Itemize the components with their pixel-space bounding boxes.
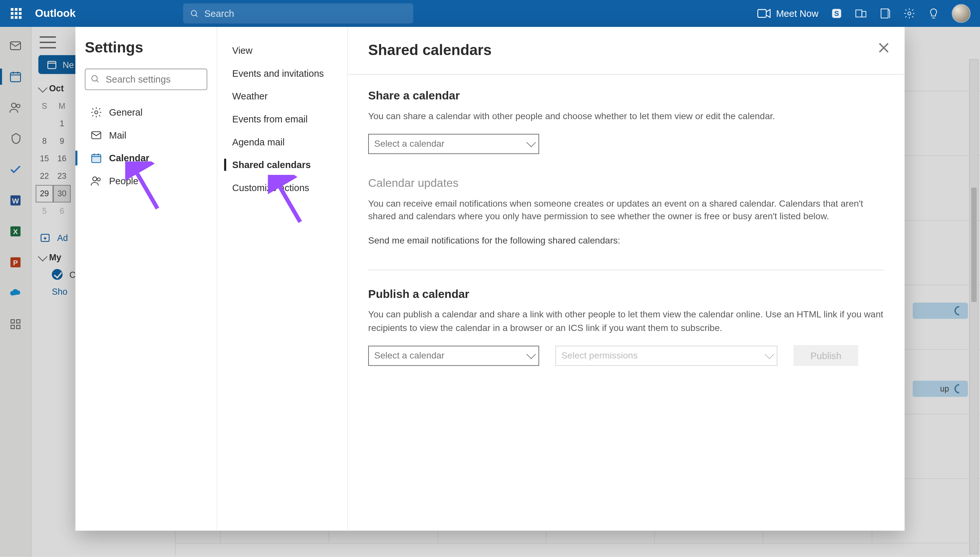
video-icon [757, 9, 771, 18]
calendar-icon [90, 152, 102, 164]
svg-rect-7 [881, 9, 888, 18]
svg-point-30 [93, 177, 96, 181]
top-bar: Outlook Meet Now S [0, 0, 980, 27]
svg-point-27 [95, 111, 98, 114]
nav-label: People [109, 176, 138, 186]
gear-icon [90, 106, 102, 118]
mail-icon [90, 129, 102, 141]
subnav-view[interactable]: View [217, 39, 348, 62]
settings-nav-primary: Settings General Mail Calendar People [75, 27, 217, 531]
svg-rect-6 [862, 11, 866, 17]
calendar-updates-title: Calendar updates [368, 176, 884, 190]
subnav-shared-calendars[interactable]: Shared calendars [217, 153, 348, 176]
share-calendar-desc: You can share a calendar with other peop… [368, 110, 884, 123]
svg-rect-28 [92, 132, 101, 139]
settings-nav-people[interactable]: People [85, 169, 207, 192]
publish-permissions-select: Select permissions [555, 345, 777, 366]
svg-point-8 [908, 12, 911, 15]
notes-icon[interactable] [879, 7, 891, 20]
svg-point-25 [92, 75, 97, 81]
settings-title: Settings [85, 39, 207, 56]
svg-line-26 [96, 80, 98, 82]
settings-nav-general[interactable]: General [85, 101, 207, 124]
account-avatar[interactable] [952, 4, 970, 23]
settings-icon[interactable] [903, 7, 915, 20]
subnav-customize-actions[interactable]: Customize actions [217, 176, 348, 199]
close-button[interactable] [877, 42, 890, 54]
chevron-down-icon [526, 137, 536, 147]
publish-calendar-select[interactable]: Select a calendar [368, 345, 539, 366]
meet-now-button[interactable]: Meet Now [757, 8, 818, 19]
publish-calendar-title: Publish a calendar [368, 288, 884, 301]
settings-nav-mail[interactable]: Mail [85, 124, 207, 147]
tips-icon[interactable] [928, 7, 939, 20]
subnav-agenda-mail[interactable]: Agenda mail [217, 130, 348, 153]
svg-rect-2 [758, 10, 766, 17]
svg-text:S: S [834, 10, 839, 18]
teams-icon[interactable] [855, 7, 867, 20]
select-placeholder: Select a calendar [374, 138, 444, 149]
settings-content: Shared calendars Share a calendar You ca… [348, 27, 905, 531]
publish-calendar-desc: You can publish a calendar and share a l… [368, 308, 884, 334]
calendar-updates-send-label: Send me email notifications for the foll… [368, 234, 884, 247]
waffle-icon [11, 8, 21, 19]
share-calendar-select[interactable]: Select a calendar [368, 134, 539, 153]
nav-label: General [109, 107, 142, 117]
people-icon [90, 175, 102, 187]
subnav-events-invitations[interactable]: Events and invitations [217, 62, 348, 85]
share-calendar-title: Share a calendar [368, 90, 884, 103]
brand-label: Outlook [35, 7, 76, 20]
settings-modal: Settings General Mail Calendar People [75, 27, 905, 531]
settings-nav-calendar[interactable]: Calendar [85, 147, 207, 170]
settings-nav-secondary: View Events and invitations Weather Even… [217, 27, 348, 531]
svg-point-0 [191, 10, 197, 16]
search-icon [90, 74, 100, 83]
nav-label: Calendar [109, 153, 149, 163]
chevron-down-icon [764, 349, 774, 359]
global-search-input[interactable] [204, 8, 407, 19]
app-launcher-button[interactable] [3, 0, 29, 27]
svg-line-1 [196, 15, 198, 17]
publish-button: Publish [794, 345, 858, 366]
subnav-events-from-email[interactable]: Events from email [217, 107, 348, 130]
calendar-updates-desc: You can receive email notifications when… [368, 197, 884, 223]
meet-now-label: Meet Now [776, 8, 818, 19]
settings-search[interactable] [85, 68, 207, 90]
nav-label: Mail [109, 130, 126, 140]
select-placeholder: Select permissions [561, 351, 637, 361]
subnav-weather[interactable]: Weather [217, 85, 348, 108]
global-search[interactable] [183, 3, 413, 23]
svg-point-31 [97, 178, 100, 181]
chevron-down-icon [526, 349, 536, 359]
content-heading: Shared calendars [368, 42, 884, 59]
svg-rect-5 [856, 10, 862, 17]
svg-rect-29 [92, 155, 101, 163]
select-placeholder: Select a calendar [374, 351, 444, 361]
settings-search-input[interactable] [85, 68, 207, 90]
search-icon [190, 9, 199, 18]
skype-icon[interactable]: S [831, 7, 843, 20]
